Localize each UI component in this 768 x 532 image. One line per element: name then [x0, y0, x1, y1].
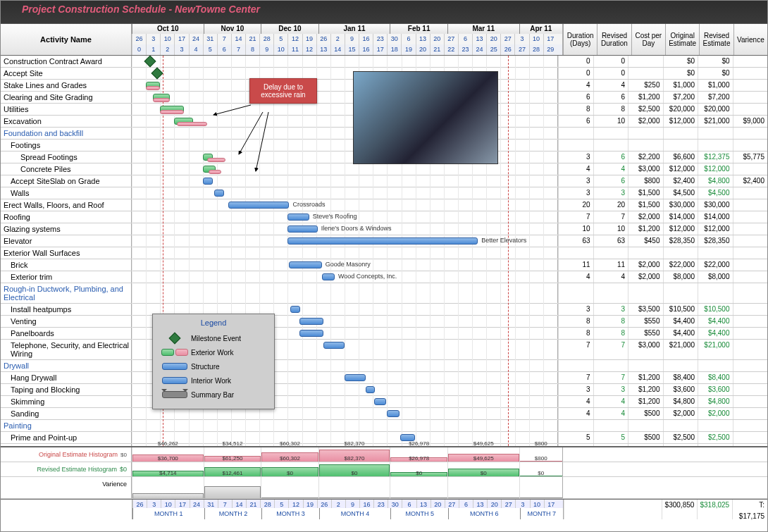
bar-label: Wood Concepts, Inc.	[338, 273, 397, 280]
gantt-bar[interactable]	[214, 190, 224, 197]
task-row[interactable]: RoofingSteve's Roofing77$2,000$14,000$14…	[1, 211, 767, 223]
gantt-bar[interactable]	[207, 158, 225, 162]
gantt-bar[interactable]	[209, 170, 221, 174]
task-name: Panelboards	[1, 328, 132, 339]
histo-label-var: Varience	[1, 477, 132, 498]
header-months: Oct 10Nov 10Dec 10Jan 11Feb 11Mar 11Apr …	[132, 24, 562, 34]
task-row[interactable]: Taping and Blocking33$1,200$3,600$3,600	[1, 384, 767, 396]
legend-title: Legend	[159, 318, 268, 327]
task-name: Finish Painting	[1, 444, 132, 446]
task-name: Concrete Piles	[1, 163, 132, 175]
gantt-bar[interactable]	[374, 398, 386, 405]
legend-item: Structure	[159, 359, 268, 373]
histo-variance: Varience $4,714$12,461$0$0$0$0$0	[1, 477, 767, 499]
task-row[interactable]: Construction Contract Award00$0$0	[1, 56, 767, 68]
gantt-bar[interactable]	[160, 110, 184, 114]
task-row[interactable]: Exterior Wall Surfaces	[1, 247, 767, 259]
task-name: Install heatpumps	[1, 304, 132, 315]
task-name: Painting	[1, 420, 132, 431]
bar-label: Ilene's Doors & Windows	[321, 225, 392, 232]
title-bar: Project Construction Schedule - NewTowne…	[1, 1, 767, 24]
legend-item: Exterior Work	[159, 345, 268, 359]
task-row[interactable]: Panelboards88$550$4,400$4,400	[1, 328, 767, 340]
bar-label: Steve's Roofing	[313, 213, 357, 220]
gantt-bar[interactable]	[144, 56, 156, 67]
task-row[interactable]: ElevatorBetter Elevators6363$450$28,350$…	[1, 235, 767, 247]
gantt-cell: Crossroads	[132, 199, 558, 211]
gantt-cell	[132, 56, 558, 67]
task-row[interactable]: Erect Walls, Floors, and RoofCrossroads2…	[1, 199, 767, 211]
gantt-bar[interactable]	[387, 410, 399, 417]
task-name: Sanding	[1, 408, 132, 419]
gantt-bar[interactable]	[366, 386, 375, 393]
legend-item: Summary Bar	[159, 388, 268, 402]
task-row[interactable]: Concrete Piles44$3,000$12,000$12,000	[1, 163, 767, 175]
task-row[interactable]: BrickGoode Masonry1111$2,000$22,000$22,0…	[1, 259, 767, 271]
bar-label: Goode Masonry	[326, 261, 371, 268]
task-name: Construction Contract Award	[1, 56, 132, 67]
task-name: Rough-in Ductwork, Plumbing, and Electri…	[1, 283, 132, 303]
task-row[interactable]: Telephone, Security, and Electrical Wiri…	[1, 340, 767, 360]
legend-label: Structure	[191, 363, 220, 371]
gantt-bar[interactable]	[146, 86, 160, 90]
gantt-cell	[132, 187, 558, 199]
task-row[interactable]: Glazing systemsIlene's Doors & Windows10…	[1, 223, 767, 235]
bar-label: Crossroads	[292, 201, 325, 208]
task-name: Clearing and Site Grading	[1, 92, 132, 103]
legend-label: Interior Work	[191, 377, 231, 385]
task-row[interactable]: Skimming44$1,200$4,800$4,800	[1, 396, 767, 408]
gantt-bar[interactable]	[151, 68, 163, 80]
task-name: Telephone, Security, and Electrical Wiri…	[1, 340, 132, 359]
task-name: Accept Site	[1, 68, 132, 79]
task-name: Skimming	[1, 396, 132, 407]
gantt-cell: Ilene's Doors & Windows	[132, 223, 558, 235]
gantt-bar[interactable]	[299, 318, 323, 325]
task-row[interactable]: Accept SiteSlab on Grade36$800$2,400$4,8…	[1, 175, 767, 187]
gantt-bar[interactable]	[177, 122, 206, 126]
bar-label: Better Elevators	[481, 237, 526, 244]
legend-item: Milestone Event	[159, 331, 268, 345]
task-row[interactable]: Hang Drywall77$1,200$8,400$8,400	[1, 372, 767, 384]
footer-timeline: 2631017243171421285121926291623306132027…	[132, 500, 564, 519]
legend-label: Exterior Work	[191, 349, 233, 357]
task-row[interactable]: Rough-in Ductwork, Plumbing, and Electri…	[1, 283, 767, 304]
gantt-bar[interactable]: Goode Masonry	[289, 261, 321, 268]
task-row[interactable]: Sanding44$500$2,000$2,000	[1, 408, 767, 420]
gantt-bar[interactable]: Wood Concepts, Inc.	[322, 273, 335, 280]
gantt-bar[interactable]	[345, 374, 366, 381]
task-name: Hang Drywall	[1, 372, 132, 383]
gantt-cell	[132, 408, 558, 419]
gantt-cell	[132, 175, 558, 187]
histo-label-orig: Original Estimate Histogram$0	[1, 447, 132, 462]
gantt-body: Construction Contract Award00$0$0Accept …	[1, 56, 767, 446]
gantt-bar[interactable]	[323, 342, 345, 349]
task-row[interactable]: Exterior trimWood Concepts, Inc.44$2,000…	[1, 271, 767, 283]
gantt-cell: Goode Masonry	[132, 259, 558, 271]
header-days: 2631017243171421285121926291623306132027…	[132, 34, 562, 44]
task-row[interactable]: Walls33$1,500$4,500$4,500	[1, 187, 767, 199]
total-original: $300,850	[662, 500, 697, 519]
gantt-bar[interactable]: Ilene's Doors & Windows	[287, 225, 317, 233]
task-name: Elevator	[1, 235, 132, 247]
gantt-cell	[132, 283, 558, 303]
task-name: Erect Walls, Floors, and Roof	[1, 199, 132, 211]
gantt-bar[interactable]: Steve's Roofing	[287, 214, 309, 221]
footer: 2631017243171421285121926291623306132027…	[1, 499, 767, 519]
task-row[interactable]: Venting88$550$4,400$4,400	[1, 316, 767, 328]
gantt-bar[interactable]: Better Elevators	[287, 237, 478, 245]
gantt-bar[interactable]	[290, 306, 299, 313]
task-name: Drywall	[1, 360, 132, 371]
gantt-bar[interactable]	[153, 98, 170, 102]
gantt-bar[interactable]: Crossroads	[228, 202, 290, 209]
task-name: Taping and Blocking	[1, 384, 132, 395]
header-metrics: Duration (Days) Revised Duration Cost pe…	[563, 24, 767, 55]
task-row[interactable]: Painting	[1, 420, 767, 432]
gantt-bar[interactable]	[203, 178, 213, 185]
task-row[interactable]: Install heatpumps33$3,500$10,500$10,500	[1, 304, 767, 316]
task-row[interactable]: Drywall	[1, 360, 767, 372]
gantt-bar[interactable]	[299, 330, 323, 337]
gantt-cell	[132, 420, 558, 431]
legend-box: Legend Milestone EventExterior WorkStruc…	[152, 314, 275, 409]
header-var: Varience	[733, 24, 767, 55]
task-name: Spread Footings	[1, 151, 132, 163]
